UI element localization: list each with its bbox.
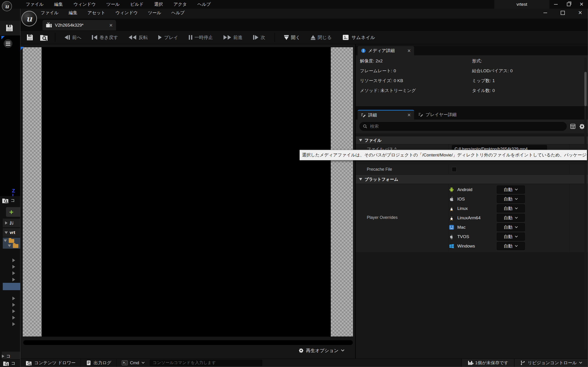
- statusbar: コンテンツ ドロワー 出力ログ >_ Cmd *: [20, 359, 588, 367]
- unreal-logo-icon[interactable]: u: [2, 1, 12, 11]
- platform-row-linux: Linux 自動: [449, 204, 525, 213]
- close-button[interactable]: ✕: [575, 0, 588, 9]
- media-detail-field: タイル数:0: [472, 88, 514, 94]
- content-drawer-fragment[interactable]: コ: [2, 198, 20, 203]
- pause-button[interactable]: 一時停止: [184, 31, 217, 44]
- package-warning-tooltip: 選択したメディアファイルは、そのパスがプロジェクトの「/Content/Movi…: [300, 150, 587, 160]
- project-root-row[interactable]: vrt: [3, 228, 22, 237]
- maximize-button[interactable]: [557, 8, 568, 17]
- tree-expand-arrow[interactable]: [12, 265, 15, 269]
- minimize-button[interactable]: [549, 0, 562, 9]
- search-box[interactable]: [359, 122, 567, 131]
- asset-tab[interactable]: V2h2654k329* ✕: [43, 20, 116, 31]
- unsaved-assets-button[interactable]: * 1個が未保存です: [461, 359, 514, 367]
- chevron-down-icon: [515, 217, 518, 219]
- tree-selected-row[interactable]: [3, 283, 20, 290]
- timeline-scrubber[interactable]: [23, 340, 353, 345]
- forward-button[interactable]: 前進: [219, 31, 247, 44]
- tree-expand-arrow[interactable]: [12, 309, 15, 313]
- gear-icon: [299, 348, 304, 353]
- folder-tree-selection[interactable]: [3, 238, 20, 249]
- tab-close-icon[interactable]: ✕: [407, 49, 411, 53]
- precache-checkbox[interactable]: [452, 167, 457, 172]
- tree-expand-arrow[interactable]: [12, 271, 15, 275]
- collapse-arrow-icon: [359, 178, 362, 181]
- ios-player-dropdown[interactable]: 自動: [497, 195, 525, 203]
- viewport-menu-icon[interactable]: [4, 39, 12, 48]
- menu-window[interactable]: ウィンドウ: [115, 10, 138, 16]
- content-drawer-button[interactable]: コンテンツ ドロワー: [20, 359, 81, 367]
- menu-asset[interactable]: アセット: [87, 10, 105, 16]
- menu-help[interactable]: ヘルプ: [171, 10, 185, 16]
- rewind-button[interactable]: 巻き戻す: [87, 31, 123, 44]
- player-overrides-body: Player Overrides Android 自動 IOS 自動: [356, 184, 588, 252]
- statusbar-fragment-label: コ: [11, 360, 15, 366]
- folder-search-icon: [3, 361, 9, 366]
- tab-close-icon[interactable]: ✕: [109, 23, 113, 27]
- save-button[interactable]: [24, 31, 36, 44]
- menu-edit[interactable]: 編集: [69, 10, 78, 16]
- tree-expand-arrow[interactable]: [12, 259, 15, 262]
- save-icon[interactable]: [5, 24, 14, 32]
- close-media-button[interactable]: 閉じる: [306, 31, 336, 44]
- linuxarm64-player-dropdown[interactable]: 自動: [497, 214, 525, 222]
- platform-row-android: Android 自動: [449, 185, 525, 194]
- tree-expand-arrow[interactable]: [12, 297, 15, 300]
- mac-player-dropdown[interactable]: 自動: [497, 223, 525, 231]
- minimize-button[interactable]: [540, 8, 551, 17]
- previous-button[interactable]: 前へ: [60, 31, 86, 44]
- media-detail-field: 解像度:2x2: [360, 58, 417, 64]
- background-viewport: Z: [0, 35, 20, 196]
- tree-expand-arrow[interactable]: [12, 316, 15, 319]
- play-button[interactable]: プレイ: [154, 31, 183, 44]
- revision-control-button[interactable]: リビジョンコントロール: [514, 359, 588, 367]
- tree-expand-arrow[interactable]: [12, 303, 15, 307]
- viewport-focus-corner: [21, 47, 24, 50]
- display-filter-icon[interactable]: [570, 123, 576, 129]
- menu-build[interactable]: ビルド: [130, 1, 144, 7]
- android-player-dropdown[interactable]: 自動: [497, 186, 525, 194]
- output-log-button[interactable]: 出力ログ: [81, 359, 116, 367]
- menu-file[interactable]: ファイル: [41, 10, 59, 16]
- file-section-header[interactable]: ファイル: [356, 136, 588, 144]
- details-scrollbar[interactable]: [584, 58, 587, 349]
- playback-options-button[interactable]: 再生オプション: [306, 348, 338, 354]
- reverse-button[interactable]: 反転: [124, 31, 152, 44]
- background-toolbar: [0, 21, 20, 35]
- menu-window[interactable]: ウィンドウ: [73, 1, 96, 7]
- windows-player-dropdown[interactable]: 自動: [497, 242, 525, 250]
- search-input[interactable]: [370, 124, 563, 129]
- console-command-input[interactable]: [150, 360, 262, 366]
- linux-player-dropdown[interactable]: 自動: [497, 204, 525, 212]
- open-media-button[interactable]: 開く: [279, 31, 305, 44]
- media-details-body: 解像度:2x2 フレームレート:0 リソースサイズ:0 KB メソッド:未ストリ…: [356, 55, 588, 106]
- menu-edit[interactable]: 編集: [54, 1, 63, 7]
- tab-details[interactable]: 詳細 ✕: [358, 110, 414, 119]
- tab-media-details[interactable]: メディア詳細 ✕: [358, 46, 414, 55]
- menu-actor[interactable]: アクタ: [173, 1, 187, 7]
- menu-file[interactable]: ファイル: [26, 1, 44, 7]
- cmd-selector[interactable]: >_ Cmd: [117, 359, 150, 367]
- menu-tools[interactable]: ツール: [106, 1, 120, 7]
- next-button[interactable]: 次: [249, 31, 270, 44]
- browse-to-asset-button[interactable]: [37, 31, 50, 44]
- scrollbar-thumb[interactable]: [584, 72, 587, 106]
- tab-close-icon[interactable]: ✕: [407, 113, 411, 117]
- background-statusbar-fragment[interactable]: コ: [0, 359, 23, 367]
- favorites-row[interactable]: お: [3, 219, 23, 227]
- restore-button[interactable]: [562, 0, 575, 9]
- thumbnail-button[interactable]: サムネイル: [338, 31, 380, 44]
- menu-tools[interactable]: ツール: [148, 10, 161, 16]
- platform-section-header[interactable]: プラットフォーム: [356, 175, 588, 184]
- tree-expand-arrow[interactable]: [12, 322, 15, 326]
- media-detail-field: リソースサイズ:0 KB: [360, 78, 417, 84]
- tree-expand-arrow[interactable]: [12, 278, 15, 282]
- linux-penguin-icon: [449, 215, 455, 221]
- menu-select[interactable]: 選択: [154, 1, 163, 7]
- close-button[interactable]: ✕: [575, 8, 586, 17]
- reverse-icon: [129, 35, 136, 40]
- mac-finder-icon: [449, 224, 455, 230]
- tvos-player-dropdown[interactable]: 自動: [497, 233, 525, 241]
- menu-help[interactable]: ヘルプ: [198, 1, 211, 7]
- tab-player-details[interactable]: プレイヤー詳細: [415, 110, 460, 119]
